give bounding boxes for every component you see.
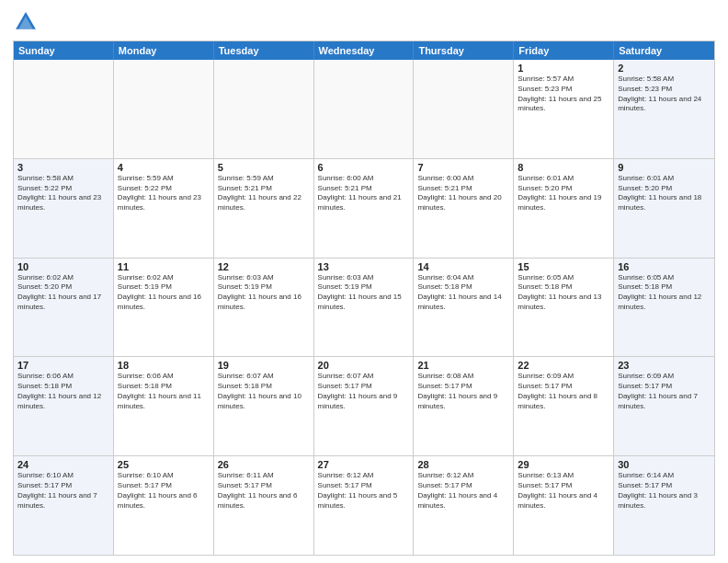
cell-info: Sunrise: 6:05 AMSunset: 5:18 PMDaylight:… bbox=[618, 273, 711, 313]
cell-info: Sunrise: 6:11 AMSunset: 5:17 PMDaylight:… bbox=[218, 471, 310, 511]
page: SundayMondayTuesdayWednesdayThursdayFrid… bbox=[0, 0, 728, 563]
day-number: 3 bbox=[17, 162, 109, 173]
cell-info: Sunrise: 6:13 AMSunset: 5:17 PMDaylight:… bbox=[518, 471, 609, 511]
day-number: 12 bbox=[218, 261, 310, 272]
cal-cell-19: 19Sunrise: 6:07 AMSunset: 5:18 PMDayligh… bbox=[214, 357, 314, 455]
cell-info: Sunrise: 6:10 AMSunset: 5:17 PMDaylight:… bbox=[17, 471, 109, 511]
day-number: 17 bbox=[17, 360, 109, 371]
day-number: 24 bbox=[17, 459, 109, 470]
day-number: 26 bbox=[218, 459, 310, 470]
cal-cell-25: 25Sunrise: 6:10 AMSunset: 5:17 PMDayligh… bbox=[114, 456, 214, 555]
cell-info: Sunrise: 6:07 AMSunset: 5:18 PMDaylight:… bbox=[218, 372, 310, 411]
day-number: 9 bbox=[618, 162, 711, 173]
day-number: 23 bbox=[618, 360, 711, 371]
cal-cell-18: 18Sunrise: 6:06 AMSunset: 5:18 PMDayligh… bbox=[114, 357, 214, 455]
day-number: 4 bbox=[118, 162, 210, 173]
logo-icon bbox=[13, 9, 39, 35]
calendar-row-4: 24Sunrise: 6:10 AMSunset: 5:17 PMDayligh… bbox=[14, 455, 714, 555]
calendar-row-1: 3Sunrise: 5:58 AMSunset: 5:22 PMDaylight… bbox=[14, 158, 714, 258]
cell-info: Sunrise: 5:59 AMSunset: 5:22 PMDaylight:… bbox=[118, 174, 210, 213]
day-number: 30 bbox=[618, 459, 711, 470]
cal-cell-empty-1 bbox=[114, 60, 214, 158]
day-number: 15 bbox=[518, 261, 609, 272]
cell-info: Sunrise: 6:03 AMSunset: 5:19 PMDaylight:… bbox=[318, 273, 410, 313]
cell-info: Sunrise: 6:06 AMSunset: 5:18 PMDaylight:… bbox=[118, 372, 210, 411]
cal-cell-empty-2 bbox=[214, 60, 314, 158]
cell-info: Sunrise: 6:00 AMSunset: 5:21 PMDaylight:… bbox=[318, 174, 410, 213]
cal-cell-7: 7Sunrise: 6:00 AMSunset: 5:21 PMDaylight… bbox=[414, 159, 514, 258]
cell-info: Sunrise: 6:07 AMSunset: 5:17 PMDaylight:… bbox=[318, 372, 410, 411]
cal-cell-8: 8Sunrise: 6:01 AMSunset: 5:20 PMDaylight… bbox=[514, 159, 614, 258]
cell-info: Sunrise: 6:10 AMSunset: 5:17 PMDaylight:… bbox=[118, 471, 210, 511]
day-number: 7 bbox=[417, 162, 509, 173]
cell-info: Sunrise: 6:08 AMSunset: 5:17 PMDaylight:… bbox=[417, 372, 509, 411]
cell-info: Sunrise: 5:58 AMSunset: 5:23 PMDaylight:… bbox=[618, 75, 711, 114]
cell-info: Sunrise: 6:06 AMSunset: 5:18 PMDaylight:… bbox=[17, 372, 109, 411]
cell-info: Sunrise: 6:09 AMSunset: 5:17 PMDaylight:… bbox=[618, 372, 711, 411]
header-day-saturday: Saturday bbox=[614, 41, 714, 60]
cal-cell-20: 20Sunrise: 6:07 AMSunset: 5:17 PMDayligh… bbox=[314, 357, 415, 455]
cal-cell-21: 21Sunrise: 6:08 AMSunset: 5:17 PMDayligh… bbox=[414, 357, 514, 455]
cal-cell-11: 11Sunrise: 6:02 AMSunset: 5:19 PMDayligh… bbox=[114, 259, 214, 357]
cal-cell-23: 23Sunrise: 6:09 AMSunset: 5:17 PMDayligh… bbox=[614, 357, 714, 455]
calendar-row-0: 1Sunrise: 5:57 AMSunset: 5:23 PMDaylight… bbox=[14, 60, 714, 158]
day-number: 10 bbox=[17, 261, 109, 272]
day-number: 2 bbox=[618, 63, 711, 74]
day-number: 25 bbox=[118, 459, 210, 470]
cal-cell-12: 12Sunrise: 6:03 AMSunset: 5:19 PMDayligh… bbox=[214, 259, 314, 357]
cell-info: Sunrise: 5:59 AMSunset: 5:21 PMDaylight:… bbox=[218, 174, 310, 213]
cell-info: Sunrise: 6:12 AMSunset: 5:17 PMDaylight:… bbox=[318, 471, 410, 511]
cal-cell-16: 16Sunrise: 6:05 AMSunset: 5:18 PMDayligh… bbox=[614, 259, 714, 357]
header-day-monday: Monday bbox=[114, 41, 214, 60]
cal-cell-9: 9Sunrise: 6:01 AMSunset: 5:20 PMDaylight… bbox=[614, 159, 714, 258]
cal-cell-28: 28Sunrise: 6:12 AMSunset: 5:17 PMDayligh… bbox=[414, 456, 514, 555]
day-number: 1 bbox=[518, 63, 609, 74]
header-day-friday: Friday bbox=[514, 41, 614, 60]
day-number: 19 bbox=[218, 360, 310, 371]
cell-info: Sunrise: 6:01 AMSunset: 5:20 PMDaylight:… bbox=[518, 174, 609, 213]
cal-cell-17: 17Sunrise: 6:06 AMSunset: 5:18 PMDayligh… bbox=[14, 357, 114, 455]
cell-info: Sunrise: 5:58 AMSunset: 5:22 PMDaylight:… bbox=[17, 174, 109, 213]
header-day-tuesday: Tuesday bbox=[214, 41, 314, 60]
calendar-row-2: 10Sunrise: 6:02 AMSunset: 5:20 PMDayligh… bbox=[14, 258, 714, 357]
day-number: 16 bbox=[618, 261, 711, 272]
cal-cell-3: 3Sunrise: 5:58 AMSunset: 5:22 PMDaylight… bbox=[14, 159, 114, 258]
cell-info: Sunrise: 6:05 AMSunset: 5:18 PMDaylight:… bbox=[518, 273, 609, 313]
day-number: 8 bbox=[518, 162, 609, 173]
day-number: 11 bbox=[118, 261, 210, 272]
cal-cell-4: 4Sunrise: 5:59 AMSunset: 5:22 PMDaylight… bbox=[114, 159, 214, 258]
cell-info: Sunrise: 6:14 AMSunset: 5:17 PMDaylight:… bbox=[618, 471, 711, 511]
cal-cell-13: 13Sunrise: 6:03 AMSunset: 5:19 PMDayligh… bbox=[314, 259, 415, 357]
day-number: 27 bbox=[318, 459, 410, 470]
cal-cell-empty-4 bbox=[414, 60, 514, 158]
day-number: 22 bbox=[518, 360, 609, 371]
header-day-sunday: Sunday bbox=[14, 41, 114, 60]
cell-info: Sunrise: 6:01 AMSunset: 5:20 PMDaylight:… bbox=[618, 174, 711, 213]
cell-info: Sunrise: 6:09 AMSunset: 5:17 PMDaylight:… bbox=[518, 372, 609, 411]
logo bbox=[13, 9, 42, 35]
day-number: 13 bbox=[318, 261, 410, 272]
header-day-wednesday: Wednesday bbox=[314, 41, 415, 60]
calendar-row-3: 17Sunrise: 6:06 AMSunset: 5:18 PMDayligh… bbox=[14, 356, 714, 455]
cell-info: Sunrise: 6:03 AMSunset: 5:19 PMDaylight:… bbox=[218, 273, 310, 313]
cal-cell-24: 24Sunrise: 6:10 AMSunset: 5:17 PMDayligh… bbox=[14, 456, 114, 555]
day-number: 28 bbox=[417, 459, 509, 470]
day-number: 14 bbox=[417, 261, 509, 272]
day-number: 29 bbox=[518, 459, 609, 470]
cal-cell-29: 29Sunrise: 6:13 AMSunset: 5:17 PMDayligh… bbox=[514, 456, 614, 555]
day-number: 18 bbox=[118, 360, 210, 371]
cal-cell-empty-3 bbox=[314, 60, 415, 158]
day-number: 6 bbox=[318, 162, 410, 173]
cell-info: Sunrise: 5:57 AMSunset: 5:23 PMDaylight:… bbox=[518, 75, 609, 114]
cal-cell-empty-0 bbox=[14, 60, 114, 158]
cal-cell-2: 2Sunrise: 5:58 AMSunset: 5:23 PMDaylight… bbox=[614, 60, 714, 158]
header-day-thursday: Thursday bbox=[414, 41, 514, 60]
cal-cell-1: 1Sunrise: 5:57 AMSunset: 5:23 PMDaylight… bbox=[514, 60, 614, 158]
cell-info: Sunrise: 6:04 AMSunset: 5:18 PMDaylight:… bbox=[417, 273, 509, 313]
header bbox=[13, 9, 715, 35]
cell-info: Sunrise: 6:00 AMSunset: 5:21 PMDaylight:… bbox=[417, 174, 509, 213]
day-number: 20 bbox=[318, 360, 410, 371]
cal-cell-5: 5Sunrise: 5:59 AMSunset: 5:21 PMDaylight… bbox=[214, 159, 314, 258]
cell-info: Sunrise: 6:02 AMSunset: 5:19 PMDaylight:… bbox=[118, 273, 210, 313]
cell-info: Sunrise: 6:12 AMSunset: 5:17 PMDaylight:… bbox=[417, 471, 509, 511]
